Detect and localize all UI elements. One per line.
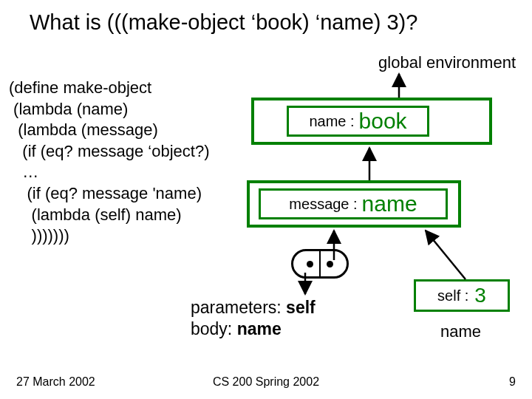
env-self-value: 3 [474, 284, 486, 307]
env-message-value: name [362, 191, 417, 216]
global-env-label: global environment [378, 53, 516, 72]
env-frame-self: self : 3 [414, 279, 510, 312]
env-frame-name: name : book [287, 106, 429, 137]
env-name-value: book [359, 109, 407, 134]
arrow-self-to-message [426, 231, 466, 279]
closure-dot-left [307, 261, 313, 267]
body-value: name [237, 319, 282, 338]
params-label: parameters: [191, 298, 286, 317]
env-message-label: message : [289, 196, 357, 213]
closure-divider [319, 250, 321, 277]
body-label: body: [191, 319, 237, 338]
env-name-label: name : [309, 113, 354, 130]
closure-text: parameters: self body: name [191, 297, 316, 340]
env-frame-message: message : name [259, 188, 448, 219]
slide-title: What is (((make-object ‘book) ‘name) 3)? [30, 10, 417, 35]
params-value: self [286, 298, 316, 317]
code-block: (define make-object (lambda (name) (lamb… [9, 78, 209, 247]
footer-date: 27 March 2002 [16, 375, 95, 389]
footer-page: 9 [509, 375, 516, 389]
result-value: name [440, 322, 481, 341]
footer-course: CS 200 Spring 2002 [213, 375, 319, 389]
closure-dot-right [327, 261, 333, 267]
env-self-label: self : [437, 287, 468, 304]
